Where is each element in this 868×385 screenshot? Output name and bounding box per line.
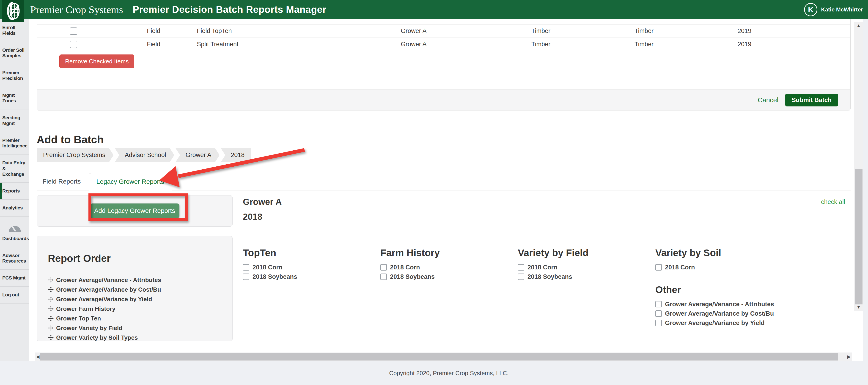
category-variety-by-soil: Variety by Soil 2018 Corn Other Grower A… [655,247,793,329]
sidebar-item-label: Premier Precision [2,70,23,81]
row-checkbox[interactable] [70,28,77,35]
breadcrumb-item-year[interactable]: 2018 [221,148,251,162]
sidebar-item-reports[interactable]: Reports [0,183,29,200]
remove-checked-items-button[interactable]: Remove Checked Items [59,55,134,68]
report-order-item[interactable]: Grower Average/Variance - Attributes [48,277,228,284]
checkbox-other-avg-var-yield[interactable] [655,320,662,326]
sidebar-item-data-entry-exchange[interactable]: Data Entry & Exchange [0,154,29,183]
sidebar-item-pcs-mgmt[interactable]: PCS Mgmt [0,270,29,287]
tab-field-reports[interactable]: Field Reports [37,173,87,190]
report-order-item[interactable]: Grower Variety by Field [48,324,228,332]
option-label: Grower Average/Variance - Attributes [665,301,774,308]
checkbox-other-avg-var-cost-bu[interactable] [655,310,662,317]
grower-block: Grower A 2018 [243,195,282,222]
option-label: 2018 Soybeans [527,273,572,280]
cancel-link[interactable]: Cancel [758,96,778,104]
category-title: Variety by Field [518,247,655,258]
horizontal-scroll-thumb[interactable] [40,353,838,360]
avatar[interactable]: K [804,3,817,16]
report-order-item[interactable]: Grower Average/Variance by Yield [48,296,228,303]
sidebar-item-log-out[interactable]: Log out [0,287,29,304]
submit-batch-button[interactable]: Submit Batch [785,94,838,106]
report-order-item[interactable]: Grower Average/Variance by Cost/Bu [48,286,228,293]
cell-grower: Grower A [399,25,530,38]
corn-logo[interactable] [2,0,24,22]
cell-field: Timber [633,38,736,50]
cell-farm: Timber [530,25,633,38]
copyright-text: Copyright 2020, Premier Crop Systems, LL… [389,370,509,377]
add-legacy-panel: Add Legacy Grower Reports [37,195,232,226]
left-column: Add Legacy Grower Reports Report Order G… [37,195,232,341]
sidebar-item-mgmt-zones[interactable]: Mgmt Zones [0,87,29,110]
sidebar: Enroll Fields Order Soil Samples Premier… [0,19,29,361]
checkbox-farm-history-2018-soybeans[interactable] [380,274,387,280]
checkbox-farm-history-2018-corn[interactable] [380,264,387,271]
sidebar-item-premier-intelligence[interactable]: Premier Intelligence [0,132,29,155]
sidebar-item-label: Analytics [2,205,23,210]
sidebar-item-enroll-fields[interactable]: Enroll Fields [0,19,29,42]
report-order-item[interactable]: Grower Top Ten [48,315,228,322]
report-order-label: Grower Average/Variance - Attributes [56,277,161,284]
sidebar-item-label: Order Soil Samples [2,47,25,58]
option-label: 2018 Corn [390,264,420,271]
move-icon[interactable] [48,287,54,292]
sidebar-item-analytics[interactable]: Analytics [0,200,29,216]
sidebar-item-advisor-resources[interactable]: Advisor Resources [0,247,29,270]
report-order-label: Grower Variety by Field [56,324,122,332]
sidebar-item-label: Reports [2,188,20,194]
tab-bar: Field Reports Legacy Grower Reports [37,173,850,190]
tab-legacy-grower-reports[interactable]: Legacy Grower Reports [89,173,172,190]
checkbox-variety-field-2018-soybeans[interactable] [518,274,524,280]
sidebar-item-label: PCS Mgmt [2,275,25,280]
add-legacy-grower-reports-button[interactable]: Add Legacy Grower Reports [90,204,179,218]
breadcrumb-item-grower[interactable]: Grower A [176,148,220,162]
sidebar-item-label: Enroll Fields [2,25,16,36]
vertical-scroll-thumb[interactable] [855,169,863,305]
user-menu[interactable]: K Katie McWhirter [804,0,863,19]
category-variety-by-field: Variety by Field 2018 Corn 2018 Soybeans [518,247,655,329]
report-order-label: Grower Average/Variance by Cost/Bu [56,286,161,293]
move-icon[interactable] [48,296,54,302]
checkbox-other-avg-var-attributes[interactable] [655,301,662,307]
sidebar-item-label: Seeding Mgmt [2,115,20,126]
cell-grower: Grower A [399,38,530,50]
report-order-item[interactable]: Grower Variety by Soil Types [48,334,228,341]
report-order-title: Report Order [48,253,228,264]
sidebar-item-label: Dashboards [2,236,29,241]
move-icon[interactable] [48,277,54,283]
breadcrumb-item-org[interactable]: Premier Crop Systems [37,148,114,162]
report-order-item[interactable]: Grower Farm History [48,305,228,312]
category-topten: TopTen 2018 Corn 2018 Soybeans [243,247,380,329]
checkbox-variety-soil-2018-corn[interactable] [655,264,662,271]
sidebar-item-label: Premier Intelligence [2,138,28,148]
checkbox-topten-2018-corn[interactable] [243,264,249,271]
scroll-down-arrow[interactable]: ▼ [854,303,863,311]
checkbox-variety-field-2018-corn[interactable] [518,264,524,271]
move-icon[interactable] [48,325,54,331]
sidebar-item-premier-precision[interactable]: Premier Precision [0,64,29,87]
check-all-link[interactable]: check all [821,199,845,206]
vertical-scrollbar[interactable]: ▲ ▼ [854,22,863,311]
report-option: Grower Average/Variance - Attributes [655,301,793,308]
row-checkbox[interactable] [70,41,77,48]
breadcrumb-item-advisor[interactable]: Advisor School [115,148,175,162]
scroll-left-arrow[interactable]: ◀ [35,352,41,361]
scroll-right-arrow[interactable]: ▶ [846,352,852,361]
move-icon[interactable] [48,315,54,321]
report-categories: TopTen 2018 Corn 2018 Soybeans Farm Hist… [243,247,850,329]
batch-card: Field Field TopTen Grower A Timber Timbe… [37,19,850,111]
scroll-up-arrow[interactable]: ▲ [854,22,863,30]
report-order-label: Grower Variety by Soil Types [56,334,138,341]
sidebar-item-order-soil-samples[interactable]: Order Soil Samples [0,42,29,65]
cell-report: Field TopTen [195,25,399,38]
sidebar-item-label: Data Entry & Exchange [2,160,25,177]
move-icon[interactable] [48,306,54,312]
sidebar-item-dashboards[interactable]: Dashboards [0,216,29,247]
checkbox-topten-2018-soybeans[interactable] [243,274,249,280]
right-column: Grower A 2018 check all TopTen 2018 Corn… [243,195,850,341]
horizontal-scrollbar[interactable]: ◀ ▶ [35,352,852,361]
move-icon[interactable] [48,335,54,341]
sidebar-item-seeding-mgmt[interactable]: Seeding Mgmt [0,109,29,132]
grower-name: Grower A [243,197,282,207]
option-label: Grower Average/Variance by Yield [665,319,765,327]
